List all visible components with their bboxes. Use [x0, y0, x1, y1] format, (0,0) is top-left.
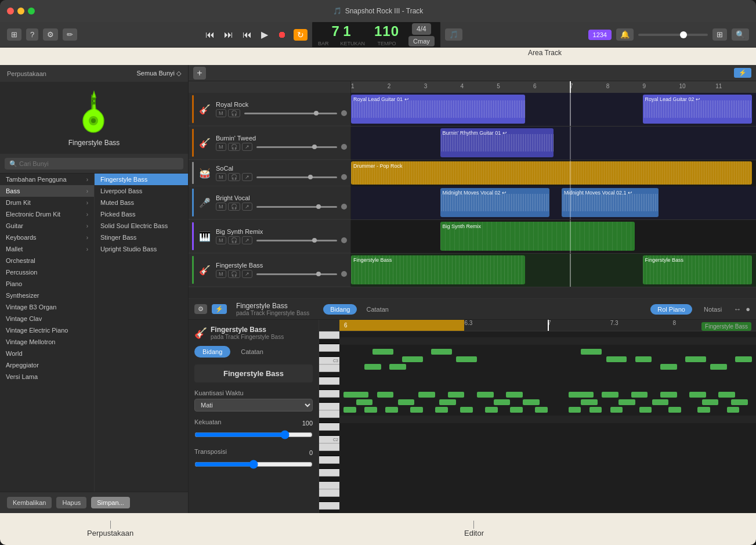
note-23[interactable] — [460, 407, 473, 413]
note-1[interactable] — [372, 349, 393, 355]
note-30[interactable] — [660, 364, 677, 370]
pan-knob-big-synth[interactable] — [341, 237, 347, 243]
note-5[interactable] — [431, 349, 452, 355]
piano-key-ab1[interactable] — [319, 464, 339, 469]
pan-knob-burnin[interactable] — [341, 144, 347, 150]
note-6[interactable] — [456, 356, 477, 362]
piano-key-e2[interactable] — [319, 410, 339, 418]
editor-settings-button[interactable]: ⚙ — [194, 304, 207, 314]
add-track-button[interactable]: + — [193, 67, 206, 80]
headphone-icon-socal[interactable]: 🎧 — [228, 173, 240, 181]
category-item-keyboards[interactable]: Keyboards › — [0, 232, 94, 243]
segment-midnight-021[interactable]: Midnight Moves Vocal 02.1 ↩ — [562, 188, 659, 217]
maximize-button[interactable] — [28, 8, 35, 15]
piano-key-eb2[interactable] — [319, 418, 339, 423]
segment-fingerstyle-2[interactable]: Fingerstyle Bass — [643, 255, 752, 284]
note-13[interactable] — [356, 399, 373, 405]
piano-key-f1[interactable] — [319, 482, 339, 489]
piano-key-db3[interactable] — [319, 352, 339, 357]
export-icon-fingerstyle-bass[interactable]: ↗ — [242, 270, 252, 278]
notation-tab[interactable]: Notasi — [697, 304, 729, 315]
piano-roll-tab[interactable]: Rol Piano — [650, 304, 692, 315]
mute-button-burnin[interactable]: M — [216, 143, 226, 151]
volume-slider-burnin[interactable] — [256, 146, 338, 148]
catatan-tab[interactable]: Catatan — [233, 346, 272, 358]
note-50[interactable] — [697, 407, 710, 413]
segment-royal-lead-01[interactable]: Royal Lead Guitar 01 ↩ — [351, 95, 525, 124]
piano-key-f2[interactable] — [319, 403, 339, 410]
segment-big-synth[interactable]: Big Synth Remix — [440, 222, 635, 251]
note-47[interactable] — [610, 407, 623, 413]
note-42[interactable] — [652, 399, 669, 405]
editor-expand-button[interactable]: ↔ — [733, 305, 741, 313]
piano-key-c2[interactable]: C2 — [319, 436, 339, 443]
note-14[interactable] — [398, 399, 415, 405]
tab-notes-button[interactable]: Catatan — [359, 304, 396, 315]
mute-button-fingerstyle-bass[interactable]: M — [216, 270, 226, 278]
note-25[interactable] — [510, 407, 523, 413]
note-34[interactable] — [569, 392, 594, 398]
volume-slider-big-synth[interactable] — [256, 240, 338, 241]
close-button[interactable] — [7, 8, 14, 15]
headphone-icon-burnin[interactable]: 🎧 — [228, 143, 240, 151]
volume-slider-socal[interactable] — [256, 176, 338, 178]
category-item-vintage-clav[interactable]: Vintage Clav — [0, 313, 94, 324]
piano-key-c3[interactable]: C3 — [319, 357, 339, 364]
note-36[interactable] — [631, 392, 648, 398]
category-item-versi-lama[interactable]: Versi Lama — [0, 371, 94, 382]
note-41[interactable] — [618, 399, 635, 405]
preset-upright-studio[interactable]: Upright Studio Bass — [95, 243, 188, 255]
note-28[interactable] — [606, 356, 627, 362]
minimize-button[interactable] — [17, 8, 24, 15]
category-item-vintage-mellotron[interactable]: Vintage Mellotron — [0, 336, 94, 348]
note-12[interactable] — [506, 392, 523, 398]
category-item-orchestral[interactable]: Orchestral — [0, 255, 94, 266]
category-item-electronic-drum[interactable]: Electronic Drum Kit › — [0, 208, 94, 220]
category-item-vintage-b3[interactable]: Vintage B3 Organ — [0, 301, 94, 313]
note-43[interactable] — [702, 399, 719, 405]
time-signature-button[interactable]: 4/4 — [412, 23, 431, 35]
preset-stinger-bass[interactable]: Stinger Bass — [95, 232, 188, 243]
note-7[interactable] — [343, 392, 368, 398]
note-24[interactable] — [485, 407, 498, 413]
preset-picked-bass[interactable]: Picked Bass — [95, 208, 188, 220]
category-item-vintage-ep[interactable]: Vintage Electric Piano — [0, 324, 94, 336]
pan-knob-bright-vocal[interactable] — [341, 204, 347, 210]
smart-controls-button[interactable]: ⚡ — [734, 68, 751, 78]
editor-circle-button[interactable]: ● — [746, 305, 750, 313]
piano-key-gb2[interactable] — [319, 398, 339, 403]
quantize-select[interactable]: Mati — [194, 399, 313, 412]
note-46[interactable] — [589, 407, 602, 413]
piano-key-e1[interactable] — [319, 489, 339, 497]
preset-solid-soul[interactable]: Solid Soul Electric Bass — [95, 220, 188, 232]
segment-drummer[interactable]: Drummer - Pop Rock — [351, 161, 752, 185]
category-item-percussion[interactable]: Percussion — [0, 266, 94, 278]
note-31[interactable] — [685, 356, 706, 362]
tuner-button[interactable]: 🎵 — [445, 28, 462, 41]
note-33[interactable] — [735, 356, 752, 362]
velocity-slider[interactable] — [194, 430, 313, 439]
note-21[interactable] — [410, 407, 423, 413]
pan-knob-royal-rock[interactable] — [341, 110, 347, 116]
segment-burnin-rhythm[interactable]: Burnin' Rhythm Guitar 01 ↩ — [440, 128, 554, 157]
piano-key-g1[interactable] — [319, 469, 339, 477]
revert-button[interactable]: Kembalikan — [7, 497, 52, 508]
volume-slider-bright-vocal[interactable] — [256, 206, 338, 208]
piano-key-b1[interactable] — [319, 443, 339, 451]
headphone-icon-big-synth[interactable]: 🎧 — [228, 236, 240, 244]
piano-key-e3[interactable] — [319, 331, 339, 339]
note-29[interactable] — [635, 356, 652, 362]
note-35[interactable] — [602, 392, 618, 398]
category-item-guitar[interactable]: Guitar › — [0, 220, 94, 232]
mute-button-royal-rock[interactable]: M — [216, 109, 226, 117]
category-item-tambahan[interactable]: Tambahan Pengguna › — [0, 174, 94, 185]
note-37[interactable] — [660, 392, 677, 398]
note-38[interactable] — [689, 392, 706, 398]
export-icon-big-synth[interactable]: ↗ — [242, 236, 252, 244]
note-44[interactable] — [731, 399, 748, 405]
note-16[interactable] — [494, 399, 511, 405]
tab-region-button[interactable]: Bidang — [323, 304, 357, 315]
pan-knob-fingerstyle-bass[interactable] — [341, 271, 347, 277]
library-toggle-button[interactable]: ⊞ — [7, 28, 21, 41]
library-filter-button[interactable]: Semua Bunyi ◇ — [137, 70, 181, 77]
